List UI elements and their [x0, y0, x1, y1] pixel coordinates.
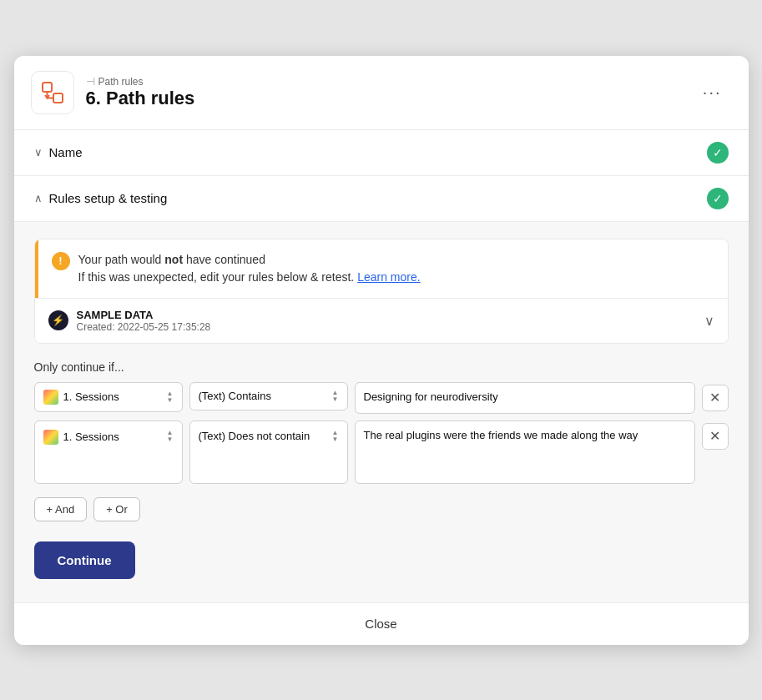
main-content: ! Your path would not have continued If … — [14, 222, 749, 602]
warning-sub: If this was unexpected, edit your rules … — [78, 270, 355, 284]
continue-button[interactable]: Continue — [34, 541, 135, 579]
name-label-text: Name — [49, 145, 83, 159]
rule-2-field-select[interactable]: 1. Sessions ▲▼ — [34, 421, 183, 484]
session-icon — [43, 430, 58, 445]
path-rules-icon — [39, 79, 66, 106]
rule-2-field-text: 1. Sessions — [63, 431, 119, 443]
rule-2-operator-select[interactable]: (Text) Does not contain ▲▼ — [189, 421, 348, 484]
sample-data-created: Created: 2022-05-25 17:35:28 — [77, 321, 211, 333]
rules-complete-icon: ✓ — [707, 188, 729, 209]
rule-2-value-field[interactable]: The real plugins were the friends we mad… — [355, 421, 695, 484]
rule-1-field-select[interactable]: 1. Sessions ▲▼ — [34, 382, 183, 412]
rule-1-field-text: 1. Sessions — [63, 390, 119, 403]
rule-1-value-field[interactable]: Designing for neurodiversity — [355, 382, 695, 414]
svg-rect-0 — [43, 83, 52, 92]
sample-data-row[interactable]: ⚡ SAMPLE DATA Created: 2022-05-25 17:35:… — [35, 298, 728, 343]
rules-section-label: ∧ Rules setup & testing — [34, 191, 168, 205]
subtitle-text: Path rules — [98, 76, 144, 88]
header-title-group: ⊣ Path rules 6. Path rules — [86, 75, 195, 109]
modal-container: ⊣ Path rules 6. Path rules ··· ∨ Name ✓ … — [14, 56, 749, 645]
close-button[interactable]: Close — [365, 617, 396, 631]
only-continue-label: Only continue if... — [34, 360, 729, 374]
subtitle-dash-icon: ⊣ — [86, 75, 95, 88]
step-icon-box — [31, 71, 74, 114]
rules-section-row[interactable]: ∧ Rules setup & testing ✓ — [14, 176, 749, 222]
warning-icon: ! — [52, 252, 70, 270]
name-complete-icon: ✓ — [707, 142, 729, 164]
warning-card: ! Your path would not have continued If … — [34, 239, 729, 344]
svg-rect-1 — [53, 93, 63, 103]
rule-2-field-arrows: ▲▼ — [167, 430, 174, 443]
warning-post: have continued — [183, 253, 265, 266]
rule-2-value-text: The real plugins were the friends we mad… — [364, 428, 638, 443]
session-icon — [43, 390, 58, 405]
table-row: 1. Sessions ▲▼ (Text) Contains ▲▼ Design… — [34, 382, 729, 414]
rules-chevron-icon: ∧ — [34, 192, 43, 204]
warning-bold: not — [164, 253, 183, 266]
rule-2-operator-arrows: ▲▼ — [332, 430, 339, 443]
name-section-row[interactable]: ∨ Name ✓ — [14, 130, 749, 176]
rules-list: 1. Sessions ▲▼ (Text) Contains ▲▼ Design… — [34, 382, 729, 484]
sample-data-chevron-icon: ∨ — [704, 313, 714, 329]
page-title: 6. Path rules — [86, 88, 195, 109]
add-and-button[interactable]: + And — [34, 497, 88, 521]
table-row: 1. Sessions ▲▼ (Text) Does not contain ▲… — [34, 421, 729, 484]
add-or-button[interactable]: + Or — [93, 497, 140, 521]
more-options-button[interactable]: ··· — [696, 79, 729, 105]
rule-1-operator-text: (Text) Contains — [199, 390, 271, 402]
name-chevron-icon: ∨ — [34, 146, 43, 159]
sample-data-info: SAMPLE DATA Created: 2022-05-25 17:35:28 — [77, 309, 211, 333]
modal-header: ⊣ Path rules 6. Path rules ··· — [14, 56, 749, 130]
rule-1-remove-button[interactable]: ✕ — [702, 385, 729, 411]
rule-1-operator-select[interactable]: (Text) Contains ▲▼ — [189, 382, 348, 410]
warning-pre: Your path would — [78, 253, 165, 266]
warning-banner: ! Your path would not have continued If … — [35, 239, 728, 298]
sample-data-title: SAMPLE DATA — [77, 309, 211, 321]
name-section-label: ∨ Name — [34, 145, 83, 159]
header-left: ⊣ Path rules 6. Path rules — [31, 71, 195, 114]
header-subtitle: ⊣ Path rules — [86, 75, 195, 88]
rule-1-operator-arrows: ▲▼ — [332, 390, 339, 403]
sample-data-left: ⚡ SAMPLE DATA Created: 2022-05-25 17:35:… — [48, 309, 211, 333]
rule-1-field-arrows: ▲▼ — [167, 390, 174, 404]
add-buttons-row: + And + Or — [34, 497, 729, 521]
rule-1-value-text: Designing for neurodiversity — [364, 390, 498, 405]
rule-2-operator-text: (Text) Does not contain — [199, 430, 310, 442]
modal-footer: Close — [14, 602, 749, 645]
sample-data-icon: ⚡ — [48, 310, 68, 330]
learn-more-link[interactable]: Learn more. — [357, 270, 420, 284]
warning-text: Your path would not have continued If th… — [78, 251, 421, 286]
rules-label-text: Rules setup & testing — [49, 191, 168, 205]
rule-2-remove-button[interactable]: ✕ — [702, 423, 729, 450]
